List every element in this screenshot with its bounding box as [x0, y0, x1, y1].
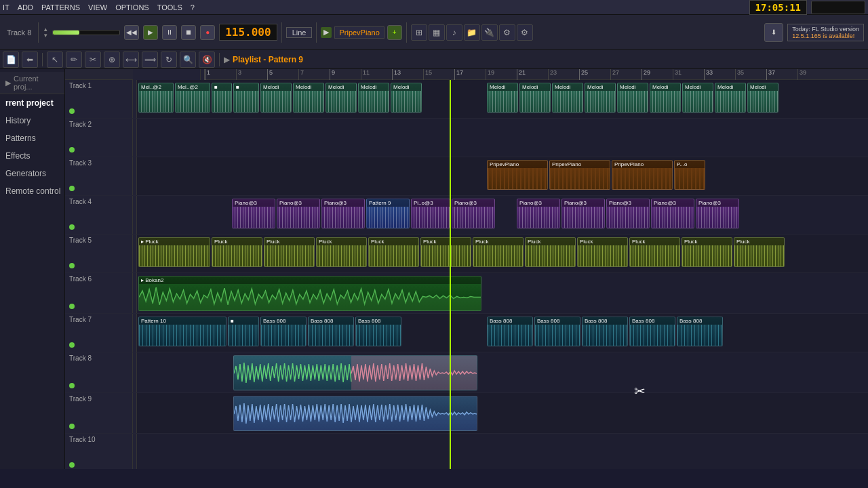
list-item[interactable]: Bass 808: [355, 317, 401, 346]
list-item[interactable]: Pluck: [264, 237, 315, 267]
list-item[interactable]: Pluck: [473, 237, 524, 267]
sidebar-item-generators[interactable]: Generators: [0, 165, 64, 182]
tracks-container[interactable]: 13579111315171921232527293133353739 Trac…: [65, 69, 868, 469]
sidebar-item-effects[interactable]: Effects: [0, 147, 64, 165]
list-item[interactable]: Piano@3: [277, 199, 320, 228]
list-item[interactable]: Pluck: [525, 237, 576, 267]
menu-it[interactable]: IT: [3, 3, 9, 12]
record-icon[interactable]: ⚙: [499, 24, 515, 41]
channel-icon[interactable]: ▦: [429, 24, 445, 41]
list-item[interactable]: Pluck: [682, 237, 732, 267]
cursor-tool[interactable]: ↖: [47, 52, 63, 68]
list-item[interactable]: Piano@3: [517, 199, 560, 228]
sidebar-item-project[interactable]: rrent project: [0, 94, 64, 112]
menu-patterns[interactable]: PATTERNS: [41, 3, 80, 12]
list-item[interactable]: Bass 808: [487, 317, 533, 346]
list-item[interactable]: Piano@3: [232, 199, 275, 228]
add-instrument-button[interactable]: +: [387, 25, 402, 40]
open-icon[interactable]: ⬅: [22, 52, 38, 68]
list-item[interactable]: Pluck: [368, 237, 419, 267]
list-item[interactable]: PripevPiano: [612, 160, 673, 190]
list-item[interactable]: [233, 396, 477, 431]
erase-tool[interactable]: ✂: [85, 52, 101, 68]
list-item[interactable]: Bass 808: [534, 317, 580, 346]
sidebar-item-remote[interactable]: Remote control: [0, 182, 64, 200]
select-tool[interactable]: ⊕: [104, 52, 120, 68]
paint-tool[interactable]: ✏: [66, 52, 82, 68]
menu-view[interactable]: VIEW: [88, 3, 107, 12]
list-item[interactable]: Pluck: [577, 237, 628, 267]
list-item[interactable]: Melodi: [617, 83, 648, 113]
settings-icon[interactable]: ⚙: [517, 24, 533, 41]
list-item[interactable]: Piano@3: [651, 199, 694, 228]
list-item[interactable]: PripevPiano: [549, 160, 610, 190]
expand-icon[interactable]: ▶: [5, 79, 11, 87]
piano-roll-icon[interactable]: ♪: [446, 24, 462, 41]
loop-tool[interactable]: ↻: [161, 52, 177, 68]
list-item[interactable]: ▸ Bokan2: [138, 276, 481, 311]
list-item[interactable]: Melodi: [682, 83, 713, 113]
list-item[interactable]: Pluck: [629, 237, 680, 267]
list-item[interactable]: Pluck: [212, 237, 262, 267]
menu-tools[interactable]: TOOLS: [157, 3, 182, 12]
sidebar-item-history[interactable]: History: [0, 112, 64, 129]
list-item[interactable]: Melodi: [326, 83, 357, 113]
track-content-1[interactable]: Mel..@2 Mel..@2 ■ ■: [137, 80, 868, 118]
track-content-10[interactable]: [137, 434, 868, 469]
bpm-display[interactable]: 115.000: [219, 24, 277, 41]
mixer-icon[interactable]: ⊞: [411, 24, 427, 41]
playback-tool[interactable]: ⟹: [142, 52, 158, 68]
list-item[interactable]: Bass 808: [677, 317, 723, 346]
mute-tool[interactable]: 🔇: [199, 52, 215, 68]
browser-icon[interactable]: 📁: [464, 24, 480, 41]
list-item[interactable]: ■: [233, 83, 259, 113]
stop-button[interactable]: ⏹: [181, 25, 196, 40]
list-item[interactable]: PripevPiano: [487, 160, 548, 190]
list-item[interactable]: Piano@3: [606, 199, 650, 228]
list-item[interactable]: Mel..@2: [175, 83, 210, 113]
list-item[interactable]: Melodi: [293, 83, 324, 113]
menu-help[interactable]: ?: [191, 3, 195, 12]
list-item[interactable]: Bass 808: [308, 317, 354, 346]
list-item[interactable]: Mel..@2: [138, 83, 174, 113]
list-item[interactable]: Pluck: [316, 237, 367, 267]
track-content-5[interactable]: ▸ Pluck Pluck Pluck Pluck: [137, 235, 868, 272]
list-item[interactable]: Pluck: [734, 237, 785, 267]
menu-options[interactable]: OPTIONS: [115, 3, 149, 12]
new-icon[interactable]: 📄: [3, 52, 19, 68]
list-item[interactable]: Piano@3: [561, 199, 605, 228]
list-item[interactable]: Piano@3: [696, 199, 739, 228]
list-item[interactable]: Melodi: [391, 83, 422, 113]
sidebar-item-patterns[interactable]: Patterns: [0, 129, 64, 147]
track-content-7[interactable]: Pattern 10 ■ Bass 808 Bass 808: [137, 314, 868, 352]
menu-add[interactable]: ADD: [18, 3, 33, 12]
track-content-6[interactable]: ▸ Bokan2: [137, 273, 868, 313]
list-item[interactable]: Piano@3: [321, 199, 365, 228]
plugin-icon[interactable]: 🔌: [481, 24, 498, 41]
list-item[interactable]: Melodi: [358, 83, 389, 113]
list-item[interactable]: Bass 808: [582, 317, 628, 346]
list-item[interactable]: Pi..o@3: [411, 199, 450, 228]
rewind-button[interactable]: ◀◀: [124, 25, 139, 40]
list-item[interactable]: Bass 808: [260, 317, 307, 346]
track-content-8[interactable]: [137, 352, 868, 392]
list-item[interactable]: [233, 355, 477, 390]
list-item[interactable]: ▸ Pluck: [138, 237, 210, 267]
play-button[interactable]: ▶: [143, 25, 158, 40]
list-item[interactable]: Pluck: [420, 237, 471, 267]
line-mode-selector[interactable]: Line: [286, 27, 313, 38]
list-item[interactable]: Pattern 10: [138, 317, 226, 346]
track-content-4[interactable]: Piano@3 Piano@3 Piano@3 Pattern 9: [137, 196, 868, 234]
zoom-tool[interactable]: ⟷: [123, 52, 139, 68]
list-item[interactable]: Melodi: [747, 83, 778, 113]
list-item[interactable]: Melodi: [260, 83, 292, 113]
list-item[interactable]: Melodi: [585, 83, 616, 113]
list-item[interactable]: Bass 808: [629, 317, 675, 346]
progress-bar[interactable]: [52, 30, 120, 35]
track-content-3[interactable]: PripevPiano PripevPiano PripevPiano P...…: [137, 157, 868, 195]
download-icon[interactable]: ⬇: [764, 23, 783, 42]
pause-button[interactable]: ⏸: [162, 25, 177, 40]
record-button[interactable]: ●: [200, 25, 215, 40]
list-item[interactable]: Melodi: [715, 83, 746, 113]
instrument-play-btn[interactable]: ▶: [321, 27, 332, 38]
